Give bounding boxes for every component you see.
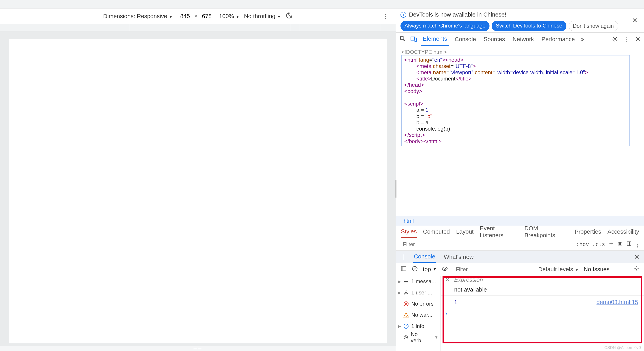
- svg-point-28: [406, 325, 406, 326]
- levels-dropdown[interactable]: Default levels ▼: [538, 266, 579, 273]
- ruler-bar: [0, 24, 396, 31]
- console-filter-input[interactable]: [453, 265, 533, 274]
- width-input[interactable]: [177, 12, 193, 20]
- drawer-tab-whatsnew[interactable]: What's new: [443, 251, 474, 263]
- panel-icon[interactable]: [626, 241, 632, 248]
- always-match-button[interactable]: Always match Chrome's language: [400, 21, 490, 31]
- tab-elements[interactable]: Elements: [421, 33, 449, 46]
- sidebar-errors[interactable]: ▸No errors: [396, 298, 440, 310]
- annotation-highlight: [442, 276, 642, 344]
- dom-selected-block[interactable]: <html lang="en"><head> <meta charset="UT…: [402, 55, 630, 146]
- rotate-icon[interactable]: [286, 12, 293, 20]
- horizontal-resizer[interactable]: ══: [0, 346, 396, 351]
- tab-computed[interactable]: Computed: [423, 226, 450, 238]
- hov-toggle[interactable]: :hov: [576, 241, 589, 248]
- sidebar-toggle-icon[interactable]: [400, 266, 407, 273]
- page-canvas: [9, 39, 387, 344]
- info-icon: i: [400, 12, 406, 18]
- dom-tree[interactable]: <!DOCTYPE html> <html lang="en"><head> <…: [396, 46, 644, 216]
- tab-performance[interactable]: Performance: [540, 33, 577, 46]
- svg-point-16: [636, 268, 637, 270]
- svg-rect-9: [627, 242, 631, 246]
- dont-show-button[interactable]: Don't show again: [569, 21, 618, 31]
- devtools-pane: i DevTools is now available in Chinese! …: [396, 8, 644, 351]
- device-toolbar: Dimensions: Responsive ▼ × 100% ▼ No thr…: [0, 8, 396, 24]
- svg-rect-2: [411, 37, 414, 40]
- main-tabs-bar: Elements Console Sources Network Perform…: [396, 32, 644, 46]
- tab-properties[interactable]: Properties: [575, 226, 601, 238]
- console-body: ▸1 messa... ▸1 user ... ▸No errors ▸No w…: [396, 276, 644, 351]
- dimensions-label[interactable]: Dimensions: Responsive ▼: [103, 13, 173, 20]
- clear-console-icon[interactable]: [412, 266, 418, 273]
- devtools-close-icon[interactable]: ✕: [635, 36, 640, 43]
- browser-topbar: [0, 0, 644, 8]
- console-settings-icon[interactable]: [633, 266, 640, 273]
- doctype-line: <!DOCTYPE html>: [402, 49, 639, 55]
- device-mode-icon[interactable]: [410, 36, 417, 42]
- svg-point-30: [404, 336, 408, 339]
- new-style-icon[interactable]: [608, 241, 614, 248]
- svg-rect-8: [620, 242, 622, 245]
- console-output: ✕ Expression not available 1 demo03.html…: [441, 276, 644, 351]
- tab-styles[interactable]: Styles: [401, 226, 417, 238]
- vertical-resizer[interactable]: [395, 180, 397, 198]
- device-viewport-pane: Dimensions: Responsive ▼ × 100% ▼ No thr…: [0, 8, 396, 351]
- svg-point-29: [405, 337, 406, 338]
- issues-label[interactable]: No Issues: [584, 266, 610, 273]
- device-more-icon[interactable]: ⋮: [382, 12, 389, 20]
- svg-rect-3: [415, 38, 416, 41]
- live-expression-icon[interactable]: [442, 266, 448, 273]
- svg-rect-7: [618, 242, 620, 245]
- console-sidebar: ▸1 messa... ▸1 user ... ▸No errors ▸No w…: [396, 276, 441, 351]
- cls-toggle[interactable]: .cls: [592, 241, 605, 248]
- banner-message: DevTools is now available in Chinese!: [409, 11, 506, 18]
- drawer: ⋮ Console What's new ✕ top ▼ Default lev…: [396, 250, 644, 351]
- styles-filter-input[interactable]: [400, 240, 573, 249]
- styles-scroll[interactable]: ▴▾: [635, 242, 640, 246]
- drawer-tabs: ⋮ Console What's new ✕: [396, 251, 644, 263]
- main-more-icon[interactable]: ⋮: [624, 36, 630, 43]
- tab-accessibility[interactable]: Accessibility: [607, 226, 639, 238]
- drawer-more-icon[interactable]: ⋮: [400, 254, 406, 260]
- console-toolbar: top ▼ Default levels ▼ No Issues: [396, 263, 644, 276]
- tab-layout[interactable]: Layout: [456, 226, 474, 238]
- banner-close-icon[interactable]: ✕: [632, 16, 638, 24]
- zoom-dropdown[interactable]: 100% ▼: [219, 13, 240, 20]
- sidebar-verbose[interactable]: ▸No verb... ▼: [396, 332, 440, 343]
- svg-line-14: [413, 267, 416, 270]
- drawer-tab-console[interactable]: Console: [413, 251, 436, 263]
- tab-console[interactable]: Console: [453, 33, 478, 46]
- svg-point-15: [444, 268, 446, 270]
- inspect-icon[interactable]: [400, 36, 406, 42]
- styles-tabs: Styles Computed Layout Event Listeners D…: [396, 226, 644, 238]
- sidebar-messages[interactable]: ▸1 messa...: [396, 276, 440, 287]
- language-banner: i DevTools is now available in Chinese! …: [396, 8, 644, 32]
- dimension-x: ×: [194, 13, 198, 20]
- svg-rect-11: [402, 266, 406, 271]
- throttling-dropdown[interactable]: No throttling ▼: [244, 13, 281, 20]
- tab-sources[interactable]: Sources: [482, 33, 507, 46]
- sidebar-info[interactable]: ▸1 info: [396, 320, 440, 332]
- svg-point-4: [614, 38, 616, 40]
- styles-filter-row: :hov .cls ▴▾: [396, 238, 644, 250]
- svg-line-0: [287, 13, 291, 18]
- svg-point-20: [405, 291, 407, 293]
- sidebar-warnings[interactable]: ▸No war...: [396, 310, 440, 320]
- sidebar-user[interactable]: ▸1 user ...: [396, 287, 440, 298]
- context-dropdown[interactable]: top ▼: [423, 266, 437, 273]
- flex-icon[interactable]: [617, 241, 623, 248]
- crumb-html[interactable]: html: [400, 217, 417, 225]
- height-input[interactable]: [199, 12, 215, 20]
- canvas-area: [0, 31, 396, 346]
- drawer-close-icon[interactable]: ✕: [634, 253, 640, 261]
- settings-gear-icon[interactable]: [612, 36, 618, 42]
- tabs-overflow-icon[interactable]: »: [580, 36, 584, 43]
- switch-chinese-button[interactable]: Switch DevTools to Chinese: [492, 21, 566, 31]
- svg-point-25: [406, 316, 406, 316]
- watermark: CSDN @Aileen_0v0: [604, 346, 641, 350]
- dom-breadcrumb: html: [396, 216, 644, 226]
- tab-network[interactable]: Network: [511, 33, 536, 46]
